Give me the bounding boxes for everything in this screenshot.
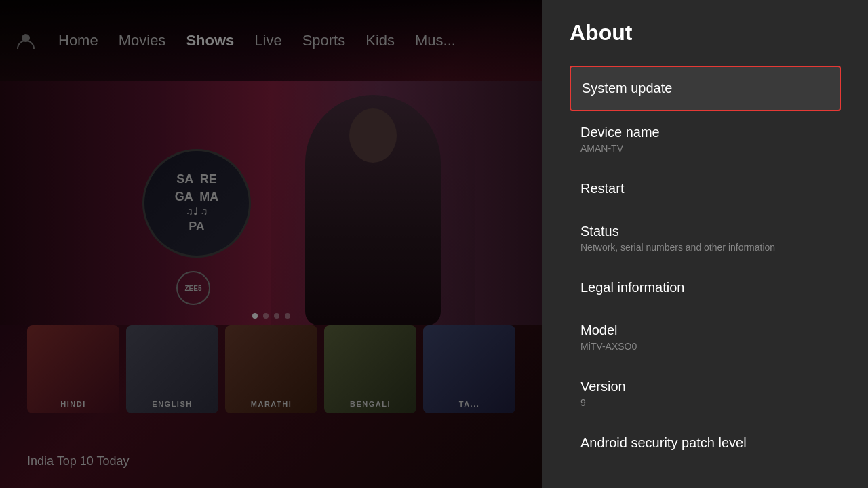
status-label: Status (580, 224, 830, 239)
menu-item-model[interactable]: Model MiTV-AXSO0 (570, 309, 841, 365)
status-sublabel: Network, serial numbers and other inform… (580, 242, 830, 253)
security-patch-label: Android security patch level (580, 435, 830, 451)
about-title: About (570, 20, 841, 45)
restart-label: Restart (580, 181, 830, 197)
legal-label: Legal information (580, 280, 830, 296)
menu-item-status[interactable]: Status Network, serial numbers and other… (570, 210, 841, 266)
version-label: Version (580, 379, 830, 394)
device-name-value: AMAN-TV (580, 143, 830, 154)
sidebar-overlay (0, 0, 542, 488)
menu-item-system-update[interactable]: System update (570, 66, 841, 111)
menu-item-restart[interactable]: Restart (570, 167, 841, 210)
menu-item-legal[interactable]: Legal information (570, 266, 841, 309)
version-value: 9 (580, 397, 830, 408)
menu-item-version[interactable]: Version 9 (570, 365, 841, 422)
device-name-label: Device name (580, 125, 830, 140)
model-label: Model (580, 323, 830, 338)
about-panel: About System update Device name AMAN-TV … (542, 0, 868, 488)
model-value: MiTV-AXSO0 (580, 341, 830, 352)
menu-item-device-name[interactable]: Device name AMAN-TV (570, 111, 841, 167)
menu-item-security-patch[interactable]: Android security patch level (570, 422, 841, 464)
system-update-label: System update (582, 81, 829, 96)
